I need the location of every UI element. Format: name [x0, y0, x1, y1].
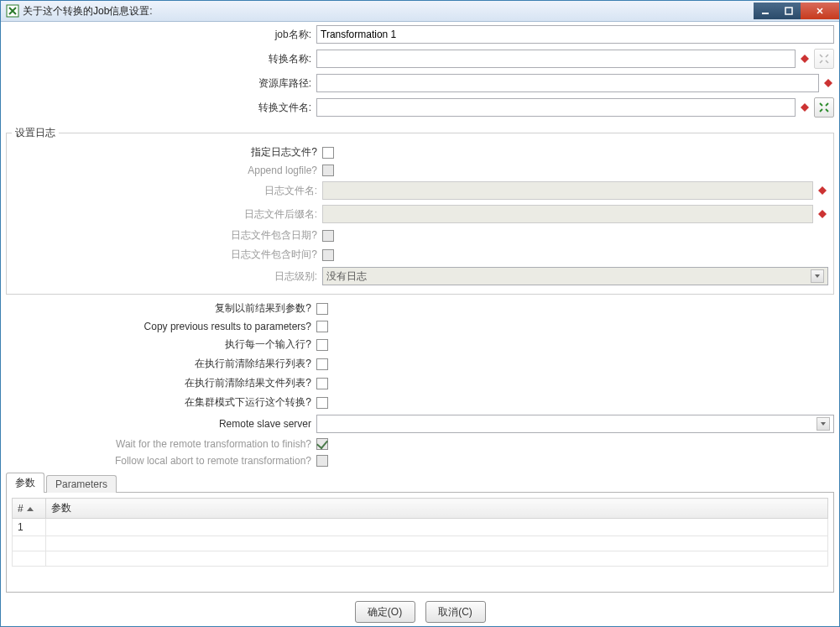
- log-time-checkbox: [322, 249, 334, 261]
- log-group: 设置日志 指定日志文件? Append logfile? 日志文件名: 日志文件…: [6, 126, 834, 295]
- cell-index[interactable]: [13, 551, 46, 567]
- variable-icon[interactable]: [799, 53, 811, 65]
- job-name-label: job名称:: [6, 28, 316, 42]
- specify-logfile-checkbox[interactable]: [322, 147, 334, 159]
- variable-icon: [817, 208, 828, 220]
- table-row: [13, 536, 828, 551]
- log-legend: 设置日志: [12, 126, 59, 140]
- remote-server-select[interactable]: [316, 415, 834, 433]
- specify-logfile-label: 指定日志文件?: [12, 145, 322, 159]
- tab-panel: # 参数 1: [6, 492, 834, 593]
- col-index[interactable]: #: [13, 499, 46, 519]
- dialog-window: 关于这个转换的Job信息设置: job名称: 转换名称:: [0, 0, 840, 627]
- remote-server-label: Remote slave server: [6, 418, 316, 430]
- log-date-checkbox: [322, 230, 334, 242]
- minimize-button[interactable]: [754, 3, 777, 19]
- trans-name-label: 转换名称:: [6, 52, 316, 66]
- log-time-label: 日志文件包含时间?: [12, 248, 322, 262]
- cell-index[interactable]: 1: [13, 519, 46, 536]
- log-filename-input: [322, 181, 813, 200]
- params-table: # 参数 1: [12, 498, 828, 567]
- window-buttons: [754, 3, 839, 19]
- variable-icon[interactable]: [799, 102, 811, 113]
- tabs: 参数 Parameters # 参数 1: [6, 473, 834, 593]
- copy-prev-cn-label: 复制以前结果到参数?: [6, 301, 316, 316]
- svg-rect-1: [762, 13, 769, 14]
- cluster-checkbox[interactable]: [316, 397, 328, 409]
- follow-abort-checkbox: [316, 455, 328, 467]
- copy-prev-cn-checkbox[interactable]: [316, 303, 328, 315]
- tab-params-cn[interactable]: 参数: [6, 473, 44, 493]
- clear-rows-checkbox[interactable]: [316, 358, 328, 370]
- cell-param[interactable]: [46, 536, 828, 551]
- append-logfile-label: Append logfile?: [12, 165, 322, 176]
- trans-name-input[interactable]: [316, 50, 796, 68]
- cluster-label: 在集群模式下运行这个转换?: [6, 395, 316, 410]
- close-button[interactable]: [801, 3, 839, 19]
- wait-finish-checkbox: [316, 438, 328, 450]
- table-row: 1: [13, 519, 828, 536]
- copy-prev-en-label: Copy previous results to parameters?: [6, 321, 316, 332]
- log-level-label: 日志级别:: [12, 269, 322, 284]
- dialog-buttons: 确定(O) 取消(C): [6, 593, 834, 626]
- exec-each-row-checkbox[interactable]: [316, 339, 328, 351]
- browse-file-button[interactable]: [814, 97, 834, 118]
- exec-each-row-label: 执行每一个输入行?: [6, 337, 316, 352]
- tab-parameters-en[interactable]: Parameters: [46, 475, 117, 493]
- cancel-button[interactable]: 取消(C): [425, 601, 486, 623]
- trans-file-input[interactable]: [316, 98, 796, 117]
- copy-prev-en-checkbox[interactable]: [316, 321, 328, 332]
- col-param[interactable]: 参数: [46, 499, 828, 519]
- log-date-label: 日志文件包含日期?: [12, 228, 322, 243]
- clear-files-checkbox[interactable]: [316, 378, 328, 389]
- log-ext-input: [322, 205, 813, 223]
- follow-abort-label: Follow local abort to remote transformat…: [6, 455, 316, 467]
- chevron-down-icon: [811, 269, 824, 283]
- svg-rect-2: [785, 8, 792, 14]
- log-level-value: 没有日志: [326, 269, 367, 284]
- job-name-input[interactable]: [316, 25, 834, 44]
- trans-file-label: 转换文件名:: [6, 101, 316, 115]
- chevron-down-icon[interactable]: [817, 417, 830, 431]
- log-level-select: 没有日志: [322, 267, 828, 285]
- cell-param[interactable]: [46, 519, 828, 536]
- repo-path-input[interactable]: [316, 74, 819, 92]
- repo-path-label: 资源库路径:: [6, 76, 316, 91]
- titlebar: 关于这个转换的Job信息设置:: [1, 1, 839, 22]
- clear-files-label: 在执行前清除结果文件列表?: [6, 376, 316, 390]
- browse-trans-button: [814, 49, 834, 69]
- cell-param[interactable]: [46, 551, 828, 567]
- dialog-content: job名称: 转换名称: 资源库路径: 转换文件名:: [1, 22, 839, 626]
- table-row: [13, 551, 828, 567]
- maximize-button[interactable]: [777, 3, 801, 19]
- wait-finish-label: Wait for the remote transformation to fi…: [6, 438, 316, 450]
- app-icon: [6, 4, 19, 18]
- clear-rows-label: 在执行前清除结果行列表?: [6, 357, 316, 371]
- log-filename-label: 日志文件名:: [12, 184, 322, 198]
- log-ext-label: 日志文件后缀名:: [12, 207, 322, 222]
- variable-icon[interactable]: [822, 77, 834, 89]
- ok-button[interactable]: 确定(O): [355, 601, 415, 623]
- append-logfile-checkbox: [322, 165, 334, 176]
- variable-icon: [817, 185, 828, 196]
- window-title: 关于这个转换的Job信息设置:: [23, 4, 754, 18]
- cell-index[interactable]: [13, 536, 46, 551]
